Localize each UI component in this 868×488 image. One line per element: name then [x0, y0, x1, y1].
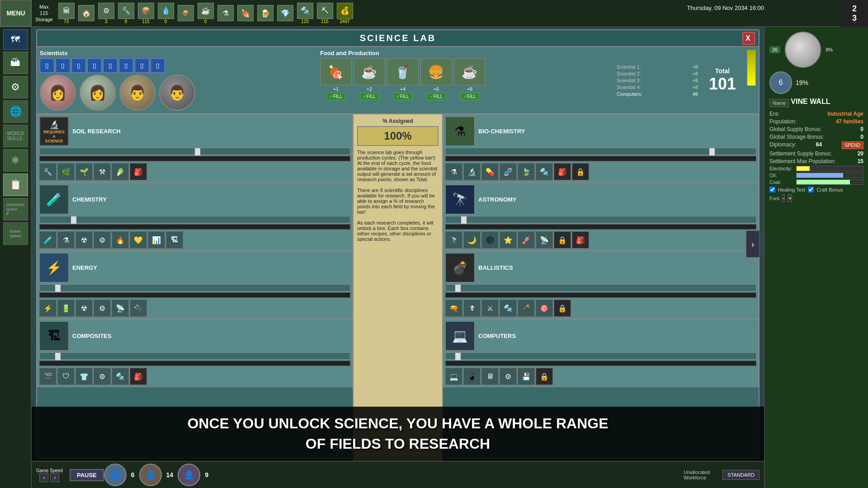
bottom-portrait-1[interactable]: 👤 — [104, 464, 127, 486]
soil-icon-4[interactable]: ⚒ — [94, 163, 111, 180]
bio-icon-4[interactable]: 🧬 — [500, 163, 517, 180]
resource-water[interactable]: 💧 0 — [158, 3, 174, 24]
sci-icon-6[interactable]: ▯ — [119, 58, 133, 73]
resource-workers[interactable]: ⚙ 3 — [98, 3, 114, 24]
sci-icon-3[interactable]: ▯ — [71, 58, 86, 73]
resource-tools[interactable]: 🔧 8 — [118, 3, 134, 24]
science-lab-close-button[interactable]: X — [742, 32, 755, 45]
bio-icon-3[interactable]: 💊 — [481, 163, 499, 180]
chem-icon-3[interactable]: ☢ — [75, 231, 93, 249]
comp-icon-1[interactable]: 🎬 — [39, 368, 57, 385]
resource-buildings[interactable]: 🏛 73 — [58, 3, 75, 24]
resource-gold[interactable]: 💰 2497 — [337, 3, 353, 24]
fill-btn-1[interactable]: ✓FILL — [326, 93, 345, 100]
comp-res-icon-6[interactable]: 🔒 — [536, 368, 553, 385]
sidebar-item-1[interactable]: 🏔 — [3, 52, 28, 74]
pause-button[interactable]: PAUSE — [70, 469, 104, 481]
chem-icon-5[interactable]: 🔥 — [112, 231, 129, 249]
fill-btn-4[interactable]: ✓FILL — [427, 93, 446, 100]
soil-icon-2[interactable]: 🌿 — [57, 163, 75, 180]
ball-icon-6[interactable]: 🎯 — [536, 300, 553, 317]
sidebar-item-tasks[interactable]: 📋 — [3, 174, 28, 196]
font-plus-btn[interactable]: + — [788, 194, 792, 202]
comp-icon-2[interactable]: 🛡 — [57, 368, 75, 385]
soil-icon-5[interactable]: 🥬 — [112, 163, 129, 180]
comp-res-icon-3[interactable]: 🖥 — [481, 368, 499, 385]
astro-icon-2[interactable]: 🌙 — [463, 231, 481, 249]
fill-btn-2[interactable]: ✓FILL — [360, 93, 379, 100]
resource-goods[interactable]: 📦 — [178, 5, 194, 21]
energy-icon-6[interactable]: 🔌 — [130, 300, 147, 317]
soil-slider[interactable] — [39, 148, 350, 155]
ball-icon-5[interactable]: 💣 — [518, 300, 535, 317]
sidebar-world-map[interactable]: 🗺 — [3, 29, 28, 50]
chem-icon-6[interactable]: 💛 — [130, 231, 147, 249]
bio-icon-7[interactable]: 🎒 — [554, 163, 571, 180]
sidebar-item-2[interactable]: ⚙ — [3, 76, 28, 99]
speed-down-btn[interactable]: ‹ — [39, 473, 48, 482]
soil-icon-6[interactable]: 🎒 — [130, 163, 147, 180]
soil-icon-1[interactable]: 🔧 — [39, 163, 57, 180]
astro-icon-8[interactable]: 🎒 — [572, 231, 589, 249]
bottom-portrait-3[interactable]: 👤 — [178, 464, 200, 486]
resource-chem[interactable]: ⚗ — [217, 5, 234, 21]
sci-icon-7[interactable]: ▯ — [135, 58, 149, 73]
scientist-portrait-1[interactable]: 👩 — [40, 75, 76, 111]
resource-food[interactable]: 🍖 — [237, 5, 254, 21]
standard-button[interactable]: STANDARD — [722, 470, 760, 480]
ball-icon-7[interactable]: 🔒 — [554, 300, 571, 317]
astro-icon-1[interactable]: 🔭 — [445, 231, 462, 249]
bio-icon-8[interactable]: 🔒 — [572, 163, 589, 180]
resource-drink[interactable]: 🍺 — [257, 5, 274, 21]
resource-houses[interactable]: 🏠 — [78, 5, 94, 21]
right-nav-arrow[interactable]: › — [746, 230, 760, 258]
energy-icon-2[interactable]: 🔋 — [57, 300, 75, 317]
ball-icon-1[interactable]: 🔫 — [445, 300, 462, 317]
craft-bonus-checkbox[interactable] — [808, 187, 814, 192]
chem-icon-4[interactable]: ⚙ — [94, 231, 111, 249]
bio-icon-6[interactable]: 🔩 — [536, 163, 553, 180]
food-icon-3[interactable]: 🥤 — [387, 58, 419, 85]
speed-up-btn[interactable]: › — [50, 473, 59, 482]
scientist-portrait-4[interactable]: 👨 — [159, 75, 195, 111]
ball-icon-4[interactable]: 🔩 — [500, 300, 517, 317]
comp-icon-6[interactable]: 🎒 — [130, 368, 147, 385]
sidebar-item-atom[interactable]: ⚛ — [3, 149, 28, 172]
sidebar-item-quest[interactable]: AdventureQuest✗ — [3, 198, 28, 221]
energy-slider[interactable] — [39, 284, 350, 291]
chem-icon-1[interactable]: 🧪 — [39, 231, 57, 249]
resource-gems[interactable]: 💎 — [277, 5, 293, 21]
chem-icon-8[interactable]: 🏗 — [166, 231, 183, 249]
ballistics-slider[interactable] — [445, 284, 756, 291]
astro-icon-5[interactable]: 🚀 — [518, 231, 535, 249]
comp-res-icon-5[interactable]: 💾 — [518, 368, 535, 385]
sidebar-item-game-speed[interactable]: GameSpeed — [3, 222, 28, 245]
astro-icon-3[interactable]: 🌑 — [481, 231, 499, 249]
food-icon-5[interactable]: ☕ — [454, 58, 486, 85]
comp-res-icon-2[interactable]: 📱 — [463, 368, 481, 385]
resource-storage[interactable]: 📦 115 — [138, 3, 154, 24]
resource-coal[interactable]: ⛏ 115 — [317, 3, 333, 24]
sci-icon-5[interactable]: ▯ — [103, 58, 118, 73]
healing-text-checkbox[interactable] — [769, 187, 775, 192]
fill-btn-5[interactable]: ✓FILL — [460, 93, 479, 100]
energy-icon-4[interactable]: ⚙ — [94, 300, 111, 317]
bio-icon-5[interactable]: 🍃 — [518, 163, 535, 180]
name-label[interactable]: Name — [769, 99, 789, 107]
sci-icon-4[interactable]: ▯ — [87, 58, 102, 73]
sidebar-item-3[interactable]: 🌐 — [3, 100, 28, 123]
ball-icon-2[interactable]: 🗡 — [463, 300, 481, 317]
spend-button[interactable]: SPEND — [842, 141, 863, 149]
astro-icon-7[interactable]: 🔒 — [554, 231, 571, 249]
astro-icon-4[interactable]: ⭐ — [500, 231, 517, 249]
energy-icon-3[interactable]: ☢ — [75, 300, 93, 317]
energy-icon-5[interactable]: 📡 — [112, 300, 129, 317]
food-icon-1[interactable]: 🍖 — [320, 58, 352, 85]
bio-slider[interactable] — [445, 148, 756, 155]
chem-icon-2[interactable]: ⚗ — [57, 231, 75, 249]
food-icon-4[interactable]: 🍔 — [420, 58, 452, 85]
menu-button[interactable]: MENU — [0, 0, 32, 27]
comp-icon-4[interactable]: ⚙ — [94, 368, 111, 385]
soil-icon-3[interactable]: 🌱 — [75, 163, 93, 180]
astronomy-slider[interactable] — [445, 216, 756, 223]
